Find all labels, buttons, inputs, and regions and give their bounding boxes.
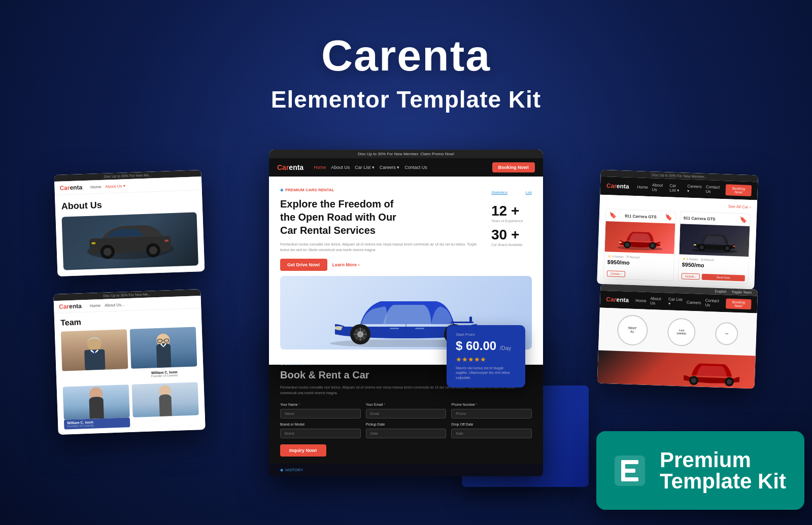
- svg-rect-56: [621, 460, 638, 464]
- car-list-nav-home[interactable]: Home: [637, 185, 648, 190]
- rental-nav-list[interactable]: Car List ▾: [668, 297, 683, 306]
- car-price-2: $950/mo: [682, 261, 745, 269]
- team-member-4: [132, 382, 199, 427]
- svg-rect-49: [732, 246, 735, 247]
- person3-svg: [81, 385, 112, 419]
- team-nav-home[interactable]: Home: [90, 303, 101, 308]
- car-rent-btn-2[interactable]: Rent Now: [702, 274, 745, 282]
- car-list-booking-btn[interactable]: Booking Now!: [726, 184, 752, 196]
- team-nav-about[interactable]: About Us...: [105, 302, 125, 307]
- car-list-nav-list[interactable]: Car List ▾: [669, 183, 684, 193]
- svg-rect-19: [415, 328, 424, 329]
- team-logo: Carenta: [59, 302, 82, 310]
- rental-booking-btn[interactable]: Booking Now!: [726, 298, 752, 309]
- stat2-label: Car Brand Available: [491, 243, 532, 247]
- about-title: About Us: [61, 196, 196, 212]
- car-bookmark-1-right[interactable]: 🔖: [665, 214, 672, 221]
- stat-statistics-link[interactable]: Statistics: [491, 190, 507, 195]
- car-dark-svg: [79, 218, 182, 265]
- about-car-image: [61, 212, 198, 270]
- learn-more-btn[interactable]: Learn More ›: [332, 262, 360, 267]
- price-card: Start From $ 60.00 /Day ★★★★★ Mauris vis…: [447, 325, 525, 388]
- stat-list-link[interactable]: List: [526, 190, 532, 195]
- about-logo: Carenta: [59, 184, 82, 192]
- brand-logo-3: ●●: [715, 322, 739, 345]
- car-bookmark-1[interactable]: 🔖: [609, 212, 617, 219]
- premium-line1: Premium: [660, 449, 786, 471]
- form-row-1: Your Name * Your Email * Phone Number *: [280, 403, 532, 418]
- about-content: About Us: [55, 190, 205, 276]
- main-nav: Carenta Home About Us Car List ▾ Careers…: [269, 158, 543, 177]
- car-name-1: 911 Carrera GTS: [625, 214, 657, 219]
- car-bookmark-2[interactable]: 🔖: [739, 216, 747, 224]
- team-photo-1: [61, 329, 128, 371]
- rental-nav-careers[interactable]: Careers: [687, 300, 701, 305]
- stat2-block: 30 + Car Brand Available: [491, 227, 532, 247]
- hero-buttons: Get Drive Now! Learn More ›: [280, 259, 483, 271]
- car-list-nav-careers[interactable]: Careers ▾: [687, 184, 702, 194]
- hero-text-side: ◆ PREMIUM CARS RENTAL Explore the Freedo…: [280, 188, 483, 271]
- car-details-btn-2[interactable]: Details ›: [682, 273, 700, 279]
- rental-nav-contact[interactable]: Contact Us: [705, 298, 722, 308]
- brand-logo-1: RENTAL: [617, 314, 648, 346]
- field-pickup: Pickup Date: [366, 423, 447, 438]
- price-label: Start From: [456, 332, 516, 337]
- input-phone[interactable]: [451, 409, 532, 418]
- about-nav-home[interactable]: Home: [90, 184, 101, 189]
- svg-rect-7: [164, 239, 168, 241]
- form-row-2: Brand or Model Pickup Date Drop Off Date: [280, 423, 532, 438]
- main-nav-careers[interactable]: Careers ▾: [380, 165, 400, 170]
- main-nav-carlist[interactable]: Car List ▾: [355, 165, 375, 170]
- main-nav-contact[interactable]: Contact Us: [404, 165, 427, 170]
- car-list-nav-about[interactable]: About Us: [652, 183, 666, 192]
- car-card-2-info: ⚡ 4-Seater ⚙ Manual $950/mo: [679, 254, 749, 273]
- main-nav-about[interactable]: About Us: [331, 165, 350, 170]
- input-pickup[interactable]: [366, 429, 447, 438]
- rental-logo: Carenta: [606, 296, 629, 304]
- stat-link-row: Statistics List: [491, 190, 532, 195]
- history-label: HISTORY: [285, 468, 303, 472]
- main-booking-btn[interactable]: Booking Now!: [492, 162, 535, 172]
- premium-text: Premium Template Kit: [660, 449, 786, 492]
- input-brand[interactable]: [280, 429, 361, 438]
- car-card-1-actions: Details ›: [604, 268, 674, 281]
- team-grid: William C. Isom Founder of Carenta Willi…: [61, 327, 199, 429]
- svg-rect-6: [91, 242, 95, 244]
- label-email: Your Email *: [366, 403, 447, 406]
- rental-nav-home[interactable]: Home: [635, 298, 647, 303]
- car-list-screenshot: Disc Up to 30% For New Member... Carenta…: [597, 170, 758, 290]
- svg-rect-57: [621, 469, 635, 473]
- rental-car-svg: [673, 354, 751, 387]
- history-section: ◆ HISTORY: [269, 464, 543, 476]
- see-all-link[interactable]: See All Car ›: [728, 204, 751, 209]
- car-list-nav-contact[interactable]: Contact Us: [705, 185, 722, 194]
- inquire-btn[interactable]: Inquiry Now!: [280, 444, 326, 457]
- svg-rect-18: [390, 328, 399, 329]
- input-dropoff[interactable]: [451, 429, 532, 438]
- page-background: Carenta Elementor Template Kit Disc Up t…: [0, 0, 812, 525]
- elementor-icon: [611, 451, 649, 489]
- label-name: Your Name *: [280, 403, 361, 406]
- hero-content: ◆ PREMIUM CARS RENTAL Explore the Freedo…: [269, 177, 543, 271]
- get-drive-btn[interactable]: Get Drive Now!: [280, 259, 327, 271]
- input-email[interactable]: [366, 409, 447, 418]
- stat1-block: 12 + Years of Experience: [491, 203, 532, 223]
- hero-tag: ◆ PREMIUM CARS RENTAL: [280, 188, 483, 192]
- rental-english[interactable]: English: [715, 290, 726, 294]
- person4-svg: [150, 383, 181, 417]
- rental-screenshot: English Toggle Team Carenta Home About U…: [597, 284, 758, 389]
- rental-toggle-team[interactable]: Toggle Team: [731, 290, 752, 294]
- car-card-1-info: ⚡ 4-Seater ⚙ Manual $950/mo: [604, 252, 674, 271]
- about-nav-about[interactable]: About Us ▾: [105, 184, 125, 189]
- stat1-label: Years of Experience: [491, 219, 532, 223]
- team-member-3: William C. Isom Founder of Carenta: [63, 384, 130, 429]
- label-dropoff: Drop Off Date: [451, 423, 532, 426]
- rental-nav-about[interactable]: About Us: [650, 296, 664, 306]
- car-details-btn-1[interactable]: Details ›: [607, 270, 625, 277]
- input-name[interactable]: [280, 409, 361, 418]
- red-car-svg: [612, 224, 668, 252]
- premium-line2: Template Kit: [660, 471, 786, 492]
- main-nav-home[interactable]: Home: [314, 165, 326, 170]
- team-title: Team: [60, 313, 195, 327]
- hero-description: Fermentum luctus convallis non lectus. A…: [280, 242, 483, 253]
